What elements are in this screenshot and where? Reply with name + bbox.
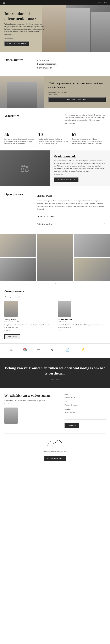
consultation-caption: Afbeelding van: xyxy=(54,174,106,175)
articling-student-title: Articling student xyxy=(37,223,52,226)
partner-role-1: CREATIEVE LEIDER xyxy=(5,321,52,323)
photo-cell-3 xyxy=(74,234,110,257)
quote-section: "Mijn topprioriteit is om uw vertrouwen … xyxy=(0,76,110,108)
practice-label: Oefenruimtes xyxy=(5,58,31,62)
pencil-label: PENCIL xyxy=(36,352,41,354)
position-commercial-header[interactable]: Commercial lawyer ∨ xyxy=(37,213,105,220)
icon-item-library[interactable]: 📚 LIBRARY xyxy=(22,348,28,354)
list-item: Familierecht xyxy=(37,58,56,62)
signature-svg xyxy=(46,438,64,447)
partner-desc-1: Sample text. Click to select the text bo… xyxy=(5,324,52,328)
photo-cell-5 xyxy=(74,258,110,281)
hero-background-image xyxy=(42,5,110,52)
contract-icon: 📄 xyxy=(65,348,69,352)
stat-number-3: 67 xyxy=(72,132,103,137)
quote-content: "Mijn topprioriteit is om uw vertrouwen … xyxy=(44,76,110,108)
pencil-icon: ✏ xyxy=(37,348,40,352)
icons-row: ⚖ SCALES 📚 LIBRARY ✏ PENCIL ↺ REFRESH 📄 … xyxy=(0,344,110,358)
partner-desc-2: Sample text. Click to select the text bo… xyxy=(58,324,105,328)
positions-section: Open posities Criminal lawyer ∧ Answer: … xyxy=(0,186,110,234)
read-more-link[interactable]: LEES VERDER xyxy=(65,123,105,124)
lightning-label: LIGHTNING xyxy=(80,352,86,354)
why-title: Waarom wij xyxy=(5,114,21,118)
list-item: Onroerendgoedrecht xyxy=(37,62,56,66)
chevron-down-icon-2: ∨ xyxy=(104,223,105,225)
twitter-icon[interactable]: tw xyxy=(6,330,8,332)
dark-quote: belang van vertrouwen en zullen we doen … xyxy=(5,366,105,376)
consultation-title: Gratis consultatie xyxy=(54,155,106,158)
contact-caption: Image from: xyxy=(5,403,59,404)
stat-desc-3: Ervaren partners/daggers, die hebben int… xyxy=(72,138,103,144)
practice-list: Familierecht Onroerendgoedrecht Immigrat… xyxy=(37,58,56,70)
partner-card-2: Anna Richmond MANAGER Sample text. Click… xyxy=(58,300,105,332)
consultation-description: Wij weten dat het heel feit kan zijn dat… xyxy=(54,160,106,172)
phone-number: +1 (234) 567-8910 xyxy=(95,2,107,4)
book-consultation-button[interactable]: BOEK EEN CONSULTATIE xyxy=(5,42,29,46)
hero-section: Internationaal advocatenkantoor Wij begr… xyxy=(0,5,110,52)
position-criminal-header[interactable]: Criminal lawyer ∧ xyxy=(37,192,105,200)
position-item-commercial: Commercial lawyer ∨ xyxy=(37,213,105,220)
criminal-lawyer-body: Answer: Lorem ipsum dolor sit amet, cons… xyxy=(37,200,105,213)
why-description: Door advocaten zorgen wij er systematisc… xyxy=(65,114,105,122)
quote-consultation-button[interactable]: BOEK EEN CONSULTATIE xyxy=(48,98,105,102)
contact-title: Wij zijn hier om te ondersteunen xyxy=(5,394,59,398)
lightning-icon: ⚡ xyxy=(81,348,85,352)
icon-item-scales[interactable]: ⚖ SCALES xyxy=(9,348,14,354)
instagram-icon[interactable]: in xyxy=(9,330,10,332)
navigation: ☰ +1 (234) 567-8910 xyxy=(0,0,110,5)
quote-author: IVA PASCAL, DIRECTEUR xyxy=(48,92,105,93)
consultation-section: ⚖ Gratis consultatie Wij weten dat het h… xyxy=(0,150,110,186)
stat-number-2: 10 xyxy=(38,132,69,137)
message-group: Message xyxy=(65,409,105,420)
name-input[interactable] xyxy=(65,396,105,399)
message-input[interactable] xyxy=(65,411,105,420)
position-item-criminal: Criminal lawyer ∧ Answer: Lorem ipsum do… xyxy=(37,192,105,213)
hero-caption: Afbeelding van: xyxy=(5,38,46,40)
facebook-icon-2[interactable]: f xyxy=(58,330,58,332)
submit-button[interactable]: INDIENEN xyxy=(65,423,79,428)
email-input[interactable] xyxy=(65,403,105,407)
criminal-lawyer-description: Answer: Lorem ipsum dolor sit amet, cons… xyxy=(37,200,105,210)
contact-footer-button[interactable]: NEEM CONTACT OP xyxy=(44,456,66,461)
contact-section: Wij zijn hier om te ondersteunen Sample … xyxy=(0,388,110,434)
read-more-button[interactable]: RAAD MEER xyxy=(5,334,20,339)
photo-cell-2 xyxy=(37,234,73,281)
footer-section: "Uitgesteld recht is ontzegd recht." NEE… xyxy=(0,434,110,465)
stat-desc-2: Noodwendelijke locaties. We hebben advoc… xyxy=(38,138,69,144)
signature xyxy=(5,438,105,448)
icon-item-refresh[interactable]: ↺ REFRESH xyxy=(49,348,55,354)
services-label: SERVICES xyxy=(95,352,101,354)
position-articling-header[interactable]: Articling student ∨ xyxy=(37,220,105,228)
facebook-icon[interactable]: f xyxy=(5,330,5,332)
partner-name-1: Jeffrey Bruin xyxy=(5,318,52,321)
photo-cell-1 xyxy=(0,234,36,257)
why-header: Waarom wij Door advocaten zorgen wij er … xyxy=(5,114,105,124)
icon-item-pencil[interactable]: ✏ PENCIL xyxy=(36,348,41,354)
dark-author: Elange Partners xyxy=(50,378,60,380)
quote-caption: Afbeelding van: xyxy=(48,94,105,95)
consultation-button[interactable]: BOEK EEN CONSULTATIE xyxy=(54,178,79,182)
icon-item-services[interactable]: ⊞ SERVICES xyxy=(95,348,101,354)
partner-socials-2: f in xyxy=(58,330,105,332)
partner-avatar-1 xyxy=(5,300,18,317)
icon-item-lightning[interactable]: ⚡ LIGHTNING xyxy=(80,348,86,354)
stat-item-3: 67 Ervaren partners/daggers, die hebben … xyxy=(72,132,105,144)
icon-item-contract[interactable]: 📄 CONTRACT xyxy=(64,348,71,354)
contact-form: Name Email Message INDIENEN xyxy=(65,394,105,428)
photo-cell-4 xyxy=(0,258,36,281)
hamburger-menu[interactable]: ☰ xyxy=(3,1,5,4)
hero-content: Internationaal advocatenkantoor Wij begr… xyxy=(0,6,50,52)
commercial-lawyer-title: Commercial lawyer xyxy=(37,215,55,218)
contact-description: Sample text. Click to select the Text El… xyxy=(5,400,59,402)
contract-label: CONTRACT xyxy=(64,352,71,354)
scales-icon: ⚖ xyxy=(10,348,13,352)
hero-description: Wij begrijpen uw uitdagingen. Wij streve… xyxy=(5,23,46,36)
why-section: Waarom wij Door advocaten zorgen wij er … xyxy=(0,108,110,150)
partner-card-1: Jeffrey Bruin CREATIEVE LEIDER Sample te… xyxy=(5,300,52,332)
practice-section: Oefenruimtes Familierecht Onroerendgoedr… xyxy=(0,52,110,76)
criminal-lawyer-title: Criminal lawyer xyxy=(37,194,52,197)
stat-number-1: 5k xyxy=(5,132,35,137)
instagram-icon-2[interactable]: in xyxy=(60,330,61,332)
quote-image xyxy=(0,76,44,108)
services-icon: ⊞ xyxy=(97,348,99,352)
